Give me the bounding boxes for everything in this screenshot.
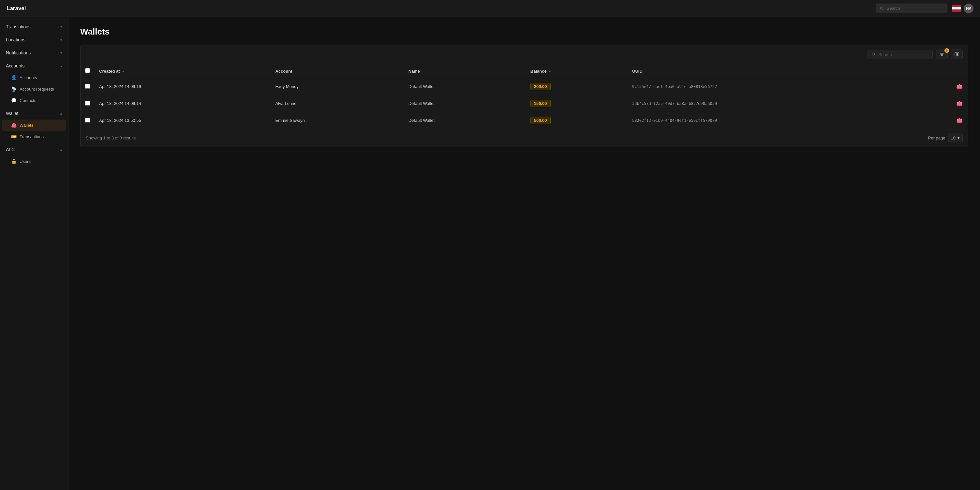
sidebar-group-accounts[interactable]: Accounts ▴ — [0, 60, 68, 72]
wallet-action-icon[interactable]: 👛 — [956, 84, 963, 89]
wallet-action-icon[interactable]: 👛 — [956, 117, 963, 123]
select-all-checkbox[interactable] — [85, 68, 90, 73]
sidebar-group-notifications[interactable]: Notifications ▾ — [0, 47, 68, 59]
sidebar-item-accounts-label: Accounts — [19, 75, 37, 80]
cell-name: Default Wallet — [404, 78, 526, 95]
cell-balance: 200.00 — [526, 78, 628, 95]
sidebar-group-alc[interactable]: ALC ▴ — [0, 144, 68, 155]
header-name-label: Name — [409, 69, 420, 74]
cell-uuid: 58202f13-01b9-4404-9ef1-e59cff579079 — [628, 112, 951, 129]
filter-button[interactable]: 0 — [936, 49, 948, 59]
showing-text: Showing 1 to 3 of 3 results — [86, 136, 135, 140]
sidebar-group-wallet[interactable]: Wallet ▴ — [0, 108, 68, 119]
header-select-all[interactable] — [81, 64, 95, 78]
sidebar-item-users[interactable]: 🔒 Users — [2, 156, 66, 167]
sidebar-section-accounts: Accounts ▴ 👤 Accounts 📡 Account Requests… — [0, 59, 68, 107]
per-page-select[interactable]: 10 ▾ — [948, 133, 963, 143]
cell-uuid: 3db4c57d-12a5-40d7-ba8a-b837d90aa059 — [628, 95, 951, 112]
language-flag[interactable] — [952, 5, 961, 12]
chevron-down-icon: ▾ — [60, 51, 62, 55]
cell-uuid: 9c155e47-daef-4ba0-a91c-a80818e56722 — [628, 78, 951, 95]
row-checkbox[interactable] — [85, 84, 90, 89]
person-icon: 👤 — [11, 75, 16, 80]
sidebar-section-wallet: Wallet ▴ 👛 Wallets 💳 Transactions — [0, 107, 68, 143]
row-checkbox[interactable] — [85, 117, 90, 122]
table-row: Apr 18, 2024 13:50:55 Emmie Sawayn Defau… — [81, 112, 968, 129]
sidebar-item-contacts[interactable]: 💬 Contacts — [2, 95, 66, 106]
cell-action[interactable]: 👛 — [951, 112, 968, 129]
table-search-input[interactable] — [878, 52, 929, 57]
row-checkbox-cell[interactable] — [81, 95, 95, 112]
sort-icon: ▾ — [122, 70, 124, 73]
search-icon — [880, 6, 884, 11]
lock-icon: 🔒 — [11, 159, 16, 164]
chevron-up-icon: ▴ — [60, 147, 62, 152]
sidebar-section-locations: Locations ▾ — [0, 33, 68, 46]
cell-account: Alva Lehner — [271, 95, 404, 112]
uuid-text: 3db4c57d-12a5-40d7-ba8a-b837d90aa059 — [632, 101, 717, 106]
svg-rect-2 — [955, 53, 956, 56]
chevron-up-icon: ▴ — [60, 64, 62, 68]
row-checkbox-cell[interactable] — [81, 112, 95, 129]
header-balance[interactable]: Balance ▾ — [526, 64, 628, 78]
chevron-down-icon: ▾ — [958, 136, 960, 140]
sidebar-item-account-requests[interactable]: 📡 Account Requests — [2, 83, 66, 95]
filter-icon — [940, 52, 944, 57]
sidebar-item-account-requests-label: Account Requests — [19, 87, 54, 92]
cell-balance: 500.00 — [526, 112, 628, 129]
chat-icon: 💬 — [11, 98, 16, 103]
main-content: Wallets 0 — [68, 17, 980, 490]
cell-created-at: Apr 18, 2024 13:50:55 — [95, 112, 271, 129]
top-navigation: Laravel FM — [0, 0, 980, 17]
cell-name: Default Wallet — [404, 112, 526, 129]
sidebar-section-notifications: Notifications ▾ — [0, 46, 68, 59]
chevron-down-icon: ▾ — [60, 25, 62, 29]
search-icon — [872, 52, 876, 57]
global-search-input[interactable] — [887, 6, 943, 11]
global-search[interactable] — [876, 3, 947, 13]
cell-name: Default Wallet — [404, 95, 526, 112]
signal-icon: 📡 — [11, 86, 16, 92]
sidebar-item-wallets[interactable]: 👛 Wallets — [2, 120, 66, 131]
app-logo: Laravel — [6, 5, 26, 12]
sidebar-item-users-label: Users — [19, 159, 31, 164]
sidebar-group-translations[interactable]: Translations ▾ — [0, 21, 68, 33]
balance-badge: 500.00 — [530, 117, 550, 124]
svg-rect-3 — [956, 53, 958, 56]
row-checkbox[interactable] — [85, 101, 90, 106]
header-uuid-label: UUID — [632, 69, 643, 74]
cell-created-at: Apr 18, 2024 14:09:19 — [95, 78, 271, 95]
sidebar-group-accounts-label: Accounts — [6, 63, 25, 68]
uuid-text: 9c155e47-daef-4ba0-a91c-a80818e56722 — [632, 84, 717, 89]
sidebar-item-transactions[interactable]: 💳 Transactions — [2, 131, 66, 142]
uuid-text: 58202f13-01b9-4404-9ef1-e59cff579079 — [632, 118, 717, 123]
user-avatar[interactable]: FM — [964, 3, 974, 13]
row-checkbox-cell[interactable] — [81, 78, 95, 95]
chevron-down-icon: ▾ — [60, 38, 62, 42]
wallet-action-icon[interactable]: 👛 — [956, 101, 963, 106]
header-balance-label: Balance — [530, 69, 547, 74]
per-page-value: 10 — [951, 136, 956, 140]
header-account-label: Account — [275, 69, 293, 74]
header-actions — [951, 64, 968, 78]
columns-button[interactable] — [951, 49, 963, 59]
sidebar-section-alc: ALC ▴ 🔒 Users — [0, 143, 68, 168]
sort-icon: ▾ — [549, 70, 550, 73]
per-page-control: Per page 10 ▾ — [928, 133, 963, 143]
per-page-label: Per page — [928, 136, 945, 140]
svg-rect-4 — [958, 53, 959, 56]
sidebar-group-notifications-label: Notifications — [6, 50, 31, 56]
header-created-at[interactable]: Created at ▾ — [95, 64, 271, 78]
cell-account: Fady Mondy — [271, 78, 404, 95]
header-uuid: UUID — [628, 64, 951, 78]
sidebar-item-accounts[interactable]: 👤 Accounts — [2, 72, 66, 83]
cell-created-at: Apr 18, 2024 14:09:14 — [95, 95, 271, 112]
cell-action[interactable]: 👛 — [951, 78, 968, 95]
cell-account: Emmie Sawayn — [271, 112, 404, 129]
columns-icon — [955, 52, 959, 57]
sidebar-group-locations[interactable]: Locations ▾ — [0, 34, 68, 46]
cell-action[interactable]: 👛 — [951, 95, 968, 112]
table-search[interactable] — [867, 50, 933, 59]
card-icon: 💳 — [11, 134, 16, 139]
table-footer: Showing 1 to 3 of 3 results Per page 10 … — [81, 129, 968, 147]
